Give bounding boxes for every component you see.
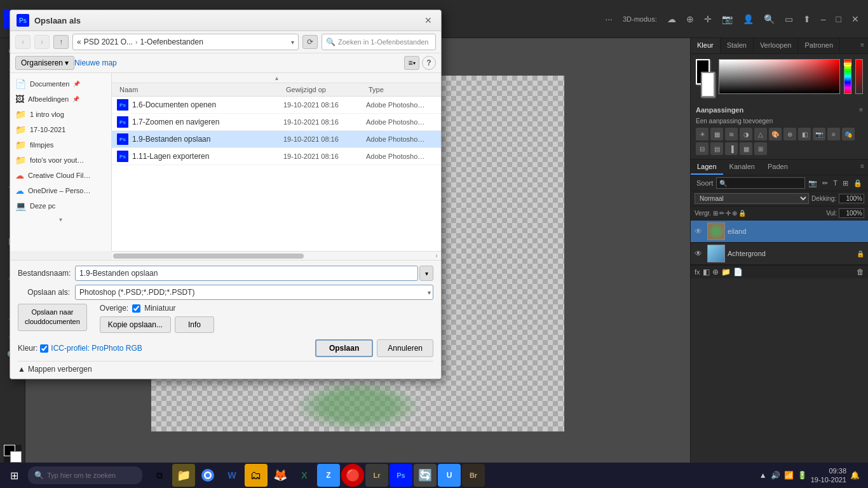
organize-button[interactable]: Organiseren ▾ [15, 56, 74, 70]
ps-share-icon[interactable]: ⬆ [801, 13, 813, 25]
ps-arrange-icon[interactable]: ☁ [665, 13, 679, 25]
file-item-2[interactable]: Ps 1.9-Bestanden opslaan 19-10-2021 08:1… [112, 131, 441, 148]
sidebar-item-fotos[interactable]: 📁 foto's voor yout… [10, 152, 111, 168]
lagen-icon5[interactable]: 🔒 [851, 178, 864, 189]
col-naam[interactable]: Naam [117, 86, 283, 93]
lagen-icon2[interactable]: ✏ [820, 178, 830, 189]
color-spectrum[interactable] [844, 59, 851, 94]
sort-icon[interactable]: Soort [695, 178, 715, 188]
aanp-hsl[interactable]: 🎨 [769, 128, 782, 140]
cancel-button[interactable]: Annuleren [377, 339, 433, 357]
ps-camera-icon[interactable]: 📷 [719, 13, 735, 25]
taskbar-app-explorer[interactable]: 📁 [172, 464, 195, 487]
aanp-threshold[interactable]: ▐ [725, 142, 738, 155]
sidebar-item-17-10[interactable]: 📁 17-10-2021 [10, 122, 111, 137]
add-mask-icon[interactable]: ◧ [703, 268, 710, 276]
network-icon[interactable]: ▲ [759, 471, 767, 480]
new-layer-icon[interactable]: 📄 [733, 268, 743, 276]
kopie-opslaan-button[interactable]: Kopie opslaan... [100, 316, 171, 333]
aanp-bw[interactable]: ◧ [798, 128, 811, 140]
new-folder-button[interactable]: Nieuwe map [74, 58, 117, 67]
file-item-1[interactable]: Ps 1.7-Zoomen en navigeren 19-10-2021 08… [112, 114, 441, 131]
view-toggle-button[interactable]: ≡ ▾ [404, 56, 419, 70]
color-panel-expand[interactable]: ≡ [857, 38, 868, 53]
ps-search-icon[interactable]: 🔍 [761, 13, 777, 25]
ps-maximize-icon[interactable]: □ [834, 13, 844, 25]
taskbar-app-bridge[interactable]: Br [462, 464, 485, 487]
h-scroll-right[interactable]: › [432, 252, 441, 260]
taskbar-app-firefox[interactable]: 🦊 [269, 464, 292, 487]
taskbar-app-chrome[interactable] [196, 464, 219, 487]
col-datum[interactable]: Gewijzigd op [283, 86, 366, 93]
vergr-icon4[interactable]: ⊕ [732, 210, 737, 217]
ps-3d-mode[interactable]: 3D-modus: [620, 14, 660, 24]
path-dropdown-arrow[interactable]: ▾ [291, 39, 294, 46]
layer-eiland[interactable]: 👁 eiland [691, 220, 868, 243]
taskbar-app-task-view[interactable]: ⧉ [148, 464, 171, 487]
aanp-channelmixer[interactable]: ≡ [827, 128, 840, 140]
sidebar-item-filmpjes[interactable]: 📁 filmpjes [10, 137, 111, 152]
ps-move-3d-icon[interactable]: ✛ [702, 13, 714, 25]
lagen-icon1[interactable]: 📷 [806, 178, 819, 189]
aanp-curves[interactable]: ≋ [725, 128, 738, 140]
tab-stalen[interactable]: Stalen [721, 38, 754, 53]
taskbar-app-lightroom[interactable]: Lr [365, 464, 388, 487]
taskbar-app-photoshop[interactable]: Ps [390, 464, 412, 487]
vergr-icon3[interactable]: ✛ [726, 210, 731, 217]
taskbar-app-sync[interactable]: 🔄 [414, 464, 437, 487]
path-bar[interactable]: « PSD 2021 O... › 1-Oefenbestanden ▾ [72, 34, 299, 50]
aanp-posterize[interactable]: ▤ [710, 142, 723, 155]
tab-patronen[interactable]: Patronen [798, 38, 840, 53]
taskbar-search-input[interactable] [47, 471, 130, 479]
tab-lagen[interactable]: Lagen [691, 159, 723, 175]
aanp-photofilter[interactable]: 📷 [813, 128, 825, 140]
sidebar-item-afbeeldingen[interactable]: 🖼 Afbeeldingen 📌 [10, 92, 111, 107]
taskbar-app-word[interactable]: W [220, 464, 243, 487]
h-scrollbar[interactable]: › [112, 251, 441, 260]
taskbar-app-unknown[interactable]: 🗂 [245, 464, 268, 487]
vergr-icon5[interactable]: 🔒 [738, 210, 746, 217]
nav-back-button[interactable]: ‹ [15, 35, 31, 49]
sidebar-item-intro-vlog[interactable]: 📁 1 intro vlog [10, 107, 111, 122]
ps-minimize-icon[interactable]: – [818, 13, 829, 25]
file-item-3[interactable]: Ps 1.11-Lagen exporteren 19-10-2021 08:1… [112, 148, 441, 165]
tab-kanalen[interactable]: Kanalen [723, 159, 761, 175]
icc-profile-link[interactable]: ICC-profiel: ProPhoto RGB [51, 344, 142, 353]
h-scroll-thumb[interactable] [113, 254, 304, 259]
miniatuur-checkbox[interactable] [132, 304, 140, 313]
aanpassingen-expand[interactable]: ≡ [859, 106, 863, 114]
kleur-checkbox[interactable] [40, 344, 48, 353]
sidebar-item-creative-cloud[interactable]: ☁ Creative Cloud Fil… [10, 168, 111, 183]
vergr-icon1[interactable]: ⊞ [713, 210, 718, 217]
taskbar-app-u[interactable]: U [438, 464, 461, 487]
fg-bg-swatches[interactable] [696, 59, 715, 97]
aanp-colorbalance[interactable]: ⊕ [783, 128, 796, 140]
lagen-expand[interactable]: ≡ [857, 159, 868, 175]
taskbar-search-box[interactable]: 🔍 [28, 466, 142, 484]
aanp-exposure[interactable]: ◑ [740, 128, 752, 140]
ps-rotate-icon[interactable]: ⊕ [684, 13, 696, 25]
nav-up-button[interactable]: ↑ [53, 35, 69, 49]
sidebar-item-onedrive[interactable]: ☁ OneDrive – Perso… [10, 183, 111, 198]
add-style-icon[interactable]: fx [695, 268, 700, 276]
color-gradient-picker[interactable] [719, 59, 840, 97]
lagen-icon4[interactable]: ⊞ [841, 178, 850, 189]
layer-achtergrond[interactable]: 👁 Achtergrond 🔒 [691, 243, 868, 265]
aanp-gradient2[interactable]: ▦ [740, 142, 752, 155]
ps-more-options[interactable]: ··· [602, 13, 615, 25]
new-adjustment-icon[interactable]: ⊕ [712, 268, 719, 276]
tab-kleur[interactable]: Kleur [691, 38, 721, 53]
network-wifi-icon[interactable]: 📶 [784, 471, 794, 480]
aanp-invert[interactable]: ⊟ [696, 142, 709, 155]
taskbar-app-red1[interactable]: 🔴 [341, 464, 364, 487]
ps-close-icon[interactable]: ✕ [849, 13, 862, 25]
notification-icon[interactable]: 🔔 [850, 471, 860, 480]
tab-paden[interactable]: Paden [761, 159, 794, 175]
aanp-selectivecolor[interactable]: ⊞ [754, 142, 767, 155]
delete-layer-icon[interactable]: 🗑 [857, 268, 864, 276]
color-alpha[interactable] [855, 59, 863, 94]
ps-user-icon[interactable]: 👤 [740, 13, 756, 25]
tab-verloopen[interactable]: Verloopen [754, 38, 799, 53]
filename-input[interactable] [75, 266, 418, 281]
color-swatch-tool[interactable] [4, 445, 22, 463]
